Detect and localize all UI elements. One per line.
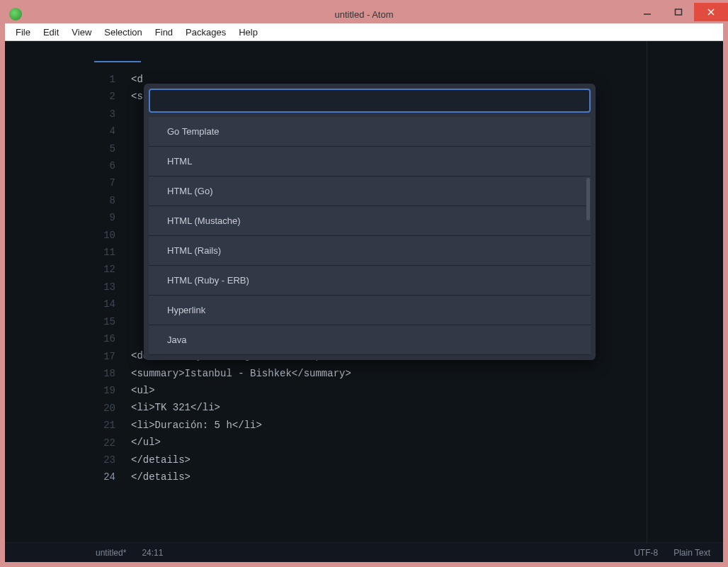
line-number[interactable]: 1 — [5, 71, 124, 88]
grammar-option[interactable]: HTML — [149, 147, 591, 176]
line-number[interactable]: 12 — [5, 261, 124, 278]
menu-file[interactable]: File — [9, 25, 37, 40]
palette-scrollbar[interactable] — [586, 178, 590, 220]
line-number[interactable]: 5 — [5, 140, 124, 157]
line-number[interactable]: 21 — [5, 417, 124, 434]
grammar-option[interactable]: Java — [149, 325, 591, 355]
menubar: File Edit View Selection Find Packages H… — [5, 23, 723, 41]
menu-help[interactable]: Help — [232, 25, 264, 40]
svg-rect-1 — [676, 9, 682, 15]
line-number[interactable]: 17 — [5, 348, 124, 365]
active-tab-indicator — [94, 41, 141, 62]
code-line[interactable]: <summary>Istanbul - Bishkek</summary> — [131, 365, 351, 382]
menu-view[interactable]: View — [65, 25, 98, 40]
grammar-option[interactable]: HTML (Ruby - ERB) — [149, 266, 591, 296]
code-line[interactable]: <ul> — [131, 382, 351, 399]
window-title: untitled - Atom — [5, 9, 723, 20]
grammar-option[interactable]: Go Template — [149, 117, 591, 147]
code-line[interactable]: </details> — [131, 468, 351, 485]
code-line[interactable]: </details> — [131, 451, 351, 468]
code-line[interactable]: </ul> — [131, 434, 351, 451]
status-cursor-position[interactable]: 24:11 — [142, 548, 163, 558]
line-number[interactable]: 4 — [5, 123, 124, 140]
line-number[interactable]: 22 — [5, 434, 124, 451]
line-number[interactable]: 8 — [5, 192, 124, 209]
status-encoding[interactable]: UTF-8 — [634, 548, 658, 558]
line-number[interactable]: 24 — [5, 468, 124, 485]
line-number[interactable]: 14 — [5, 296, 124, 313]
editor-area[interactable]: 123456789101112131415161718192021222324 … — [5, 41, 723, 542]
app-icon — [9, 8, 22, 21]
line-number[interactable]: 13 — [5, 279, 124, 296]
status-filename[interactable]: untitled* — [96, 548, 126, 558]
line-number-gutter[interactable]: 123456789101112131415161718192021222324 — [5, 71, 124, 486]
close-button[interactable] — [694, 3, 728, 21]
status-bar: untitled* 24:11 UTF-8 Plain Text — [5, 542, 723, 562]
menu-packages[interactable]: Packages — [179, 25, 232, 40]
grammar-option[interactable]: HTML (Mustache) — [149, 206, 591, 236]
code-line[interactable]: <li>Duración: 5 h</li> — [131, 417, 351, 434]
grammar-search-input[interactable] — [149, 89, 591, 113]
line-number[interactable]: 2 — [5, 88, 124, 105]
wrap-guide — [647, 41, 647, 542]
line-number[interactable]: 7 — [5, 174, 124, 191]
status-grammar[interactable]: Plain Text — [673, 548, 710, 558]
line-number[interactable]: 3 — [5, 106, 124, 123]
code-line[interactable]: <li>TK 321</li> — [131, 399, 351, 416]
line-number[interactable]: 11 — [5, 244, 124, 261]
line-number[interactable]: 10 — [5, 227, 124, 244]
line-number[interactable]: 6 — [5, 157, 124, 174]
minimize-button[interactable] — [632, 3, 663, 21]
line-number[interactable]: 19 — [5, 382, 124, 399]
line-number[interactable]: 23 — [5, 451, 124, 468]
menu-find[interactable]: Find — [149, 25, 179, 40]
window-controls — [632, 3, 728, 21]
line-number[interactable]: 18 — [5, 365, 124, 382]
window-frame: untitled - Atom File Edit View Selection… — [0, 0, 728, 567]
line-number[interactable]: 9 — [5, 209, 124, 226]
line-number[interactable]: 20 — [5, 400, 124, 417]
command-palette: Go TemplateHTMLHTML (Go)HTML (Mustache)H… — [144, 84, 596, 360]
menu-edit[interactable]: Edit — [37, 25, 65, 40]
grammar-option[interactable]: Hyperlink — [149, 296, 591, 325]
grammar-list: Go TemplateHTMLHTML (Go)HTML (Mustache)H… — [149, 117, 591, 355]
menu-selection[interactable]: Selection — [98, 25, 148, 40]
grammar-option[interactable]: HTML (Rails) — [149, 236, 591, 266]
maximize-button[interactable] — [663, 3, 694, 21]
titlebar[interactable]: untitled - Atom — [5, 5, 723, 23]
line-number[interactable]: 15 — [5, 313, 124, 330]
grammar-option[interactable]: HTML (Go) — [149, 176, 591, 206]
line-number[interactable]: 16 — [5, 330, 124, 347]
